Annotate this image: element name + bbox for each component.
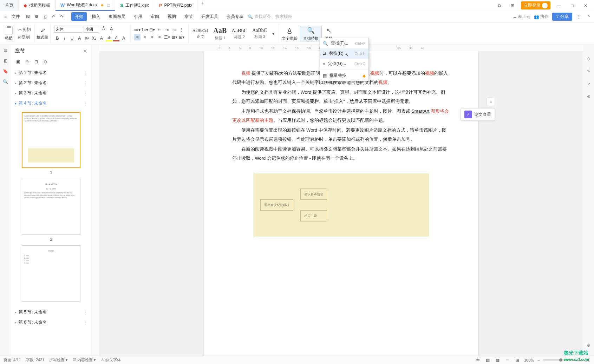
tab-ppt[interactable]: P PPT教程2.pptx xyxy=(154,0,198,11)
bullets-icon[interactable]: ≔▾ xyxy=(134,27,141,33)
spellcheck-toggle[interactable]: 拼写检查 ▾ xyxy=(49,357,68,363)
menu-batch-replace[interactable]: ▤ 批量替换 ◆ xyxy=(320,71,368,81)
style-heading1[interactable]: AaB标题 1 xyxy=(211,26,228,42)
tab-close-icon[interactable]: □ xyxy=(107,3,110,8)
font-color-icon[interactable]: A xyxy=(113,35,119,41)
remove-icon[interactable]: ⊖ xyxy=(42,59,48,65)
section-item-5[interactable]: ▸第 5 节: 未命名⋮ xyxy=(11,307,91,317)
tool3-icon[interactable]: ↗ xyxy=(586,81,592,87)
ribbon-tab-developer[interactable]: 开发工具 xyxy=(198,12,222,21)
more-menu-icon[interactable]: ⋮ xyxy=(576,14,582,20)
multilevel-icon[interactable]: ⊟▾ xyxy=(149,27,155,33)
ribbon-tab-member[interactable]: 会员专享 xyxy=(223,12,247,21)
bookmark-icon[interactable]: 🔖 xyxy=(2,68,9,74)
align-left-icon[interactable]: ≡ xyxy=(134,34,141,40)
decrease-indent-icon[interactable]: ⇤ xyxy=(156,27,163,33)
font-name-select[interactable] xyxy=(54,26,82,33)
paragraph[interactable]: 主题和样式也有助于文档保持协调。当您单击设计并选择新的主题时，图片、图表或 Sm… xyxy=(232,107,450,125)
sort-icon[interactable]: ⋮ xyxy=(178,27,185,33)
search-panel-icon[interactable]: 🔍 xyxy=(2,79,9,85)
undo-icon[interactable]: ↶ xyxy=(50,14,57,20)
paragraph[interactable]: 为使您的文档具有专业外观，Word 提供了页眉、页脚、封面和文本框设计，这些设计… xyxy=(232,88,450,106)
collapse-ribbon-icon[interactable]: ^ xyxy=(586,14,592,20)
new-tab-button[interactable]: + xyxy=(197,0,208,11)
clear-format-icon[interactable]: A̷ xyxy=(120,35,127,41)
style-heading3[interactable]: AaBbC标题 3 xyxy=(250,27,269,40)
expand-all-icon[interactable]: ▣ xyxy=(15,59,21,65)
thumbs-icon[interactable]: ◧ xyxy=(2,58,9,64)
minimize-button[interactable]: — xyxy=(554,3,564,8)
plagiarism-check-button[interactable]: ✓ 论文查重 xyxy=(461,108,495,121)
align-right-icon[interactable]: ≡ xyxy=(149,34,155,40)
tab-word-doc[interactable]: W Word教程2.docx □ xyxy=(56,0,115,11)
missing-font[interactable]: ⚠ 缺失字体 xyxy=(101,357,121,363)
add-section-icon[interactable]: ⊕ xyxy=(24,59,30,65)
line-spacing-icon[interactable]: ↕≡ xyxy=(171,27,177,33)
ribbon-tab-insert[interactable]: 插入 xyxy=(88,12,104,21)
section-item-4[interactable]: ▾第 4 节: 未命名⋮ xyxy=(11,98,91,108)
decrease-font-icon[interactable]: A̬ xyxy=(108,26,115,32)
subscript-icon[interactable]: X₂ xyxy=(91,35,97,41)
styles-more-icon[interactable]: ▾ xyxy=(270,31,276,37)
command-search[interactable]: 🔍 查找命令、搜索模板 xyxy=(248,14,292,20)
outline-icon[interactable]: ▤ xyxy=(2,47,9,53)
tab-xlsx[interactable]: S 工作簿3.xlsx xyxy=(115,0,154,11)
save-icon[interactable]: 🖫 xyxy=(25,14,31,20)
read-mode-icon[interactable]: ▤ xyxy=(485,357,491,363)
section-item-1[interactable]: ▸第 1 节: 未命名⋮ xyxy=(11,68,91,78)
find-replace-button[interactable]: 🔍 查找替换 xyxy=(300,26,322,41)
underline-icon[interactable]: U xyxy=(69,35,75,41)
embedded-diagram[interactable]: 通用会议纪要模板 会议基本信息 相关主题 xyxy=(253,173,429,237)
zoom-out-icon[interactable]: − xyxy=(537,358,540,362)
page-thumbnail-3[interactable]: XXXXX 1. xxx2. xxx3. xxx4. xxx xyxy=(22,245,80,302)
shading-icon[interactable]: ▦▾ xyxy=(171,34,177,40)
cloud-sync-button[interactable]: ☁ 未上云 xyxy=(513,14,530,20)
print-icon[interactable]: 🖶 xyxy=(33,14,40,20)
web-layout-icon[interactable]: ▭ xyxy=(504,357,511,363)
distribute-icon[interactable]: ☰▾ xyxy=(164,34,170,40)
settings-icon[interactable]: ⚙ xyxy=(586,342,592,349)
menu-find[interactable]: 🔍 查找(F)...Ctrl+F xyxy=(320,38,368,48)
document-page[interactable]: 视频 提供了功能强大的方法帮助您证明您的观点。当您单击联机视频时，可以在想要添加… xyxy=(204,51,478,356)
ribbon-tab-view[interactable]: 视图 xyxy=(164,12,179,21)
strike-icon[interactable]: A̶ xyxy=(76,35,83,41)
ribbon-tab-sections[interactable]: 章节 xyxy=(181,12,196,21)
collapse-icon[interactable]: ⊟ xyxy=(33,59,39,65)
nav-close-icon[interactable]: ✕ xyxy=(83,48,87,54)
outline-view-icon[interactable]: ⊞ xyxy=(514,357,521,363)
paragraph[interactable]: 在新的阅读视图中阅读更加容易。可以折叠文档某些部分并关注所需文本。如果在达到结尾… xyxy=(232,145,450,163)
print-layout-icon[interactable]: ▦ xyxy=(495,357,501,363)
borders-icon[interactable]: ⊞▾ xyxy=(178,34,185,40)
collapse-toggle-icon[interactable]: ≡ xyxy=(487,98,495,106)
collab-button[interactable]: 👥 协作 xyxy=(534,14,549,20)
menu-goto[interactable]: ⌖ 定位(G)...Ctrl+G xyxy=(320,59,368,69)
align-center-icon[interactable]: ≡ xyxy=(142,34,148,40)
highlight-icon[interactable]: ab xyxy=(106,35,112,41)
style-normal[interactable]: AaBbCcI正文 xyxy=(191,27,210,40)
ribbon-tab-home[interactable]: 开始 xyxy=(71,12,87,21)
layout2-icon[interactable]: ⊞ xyxy=(508,3,517,8)
style-heading2[interactable]: AaBbC标题 2 xyxy=(230,27,249,41)
hamburger-icon[interactable]: ≡ xyxy=(2,14,9,19)
increase-indent-icon[interactable]: ⇥ xyxy=(164,27,170,33)
font-size-select[interactable] xyxy=(84,26,99,33)
cut-button[interactable]: ✂ 剪切 xyxy=(17,26,32,33)
paragraph[interactable]: 使用在需要位置出现的新按钮在 Word 中保存时间。若要更改图片适应文档的方式，… xyxy=(232,126,450,144)
increase-font-icon[interactable]: Â xyxy=(100,26,107,32)
copy-button[interactable]: ⎘ 复制 xyxy=(17,34,31,41)
content-check-toggle[interactable]: ☑ 内容检查 ▾ xyxy=(73,357,96,363)
page-status[interactable]: 页面: 4/11 xyxy=(4,357,21,363)
redo-icon[interactable]: ↷ xyxy=(59,14,65,20)
tool2-icon[interactable]: ✎ xyxy=(586,68,592,74)
maximize-button[interactable]: □ xyxy=(567,3,577,8)
tab-home[interactable]: 首页 xyxy=(0,0,19,11)
ribbon-tab-review[interactable]: 审阅 xyxy=(147,12,163,21)
share-button[interactable]: ⇧ 分享 xyxy=(552,13,572,21)
superscript-icon[interactable]: X² xyxy=(84,35,90,41)
section-item-6[interactable]: ▸第 6 节: 未命名⋮ xyxy=(11,317,91,327)
tab-templates[interactable]: ◆ 找稻壳模板 xyxy=(19,0,56,11)
tool1-icon[interactable]: ◇ xyxy=(586,55,592,62)
close-button[interactable]: ✕ xyxy=(581,3,590,8)
format-painter-icon[interactable]: 🖌 xyxy=(39,27,46,34)
login-button[interactable]: 立即登录 xyxy=(521,1,550,9)
